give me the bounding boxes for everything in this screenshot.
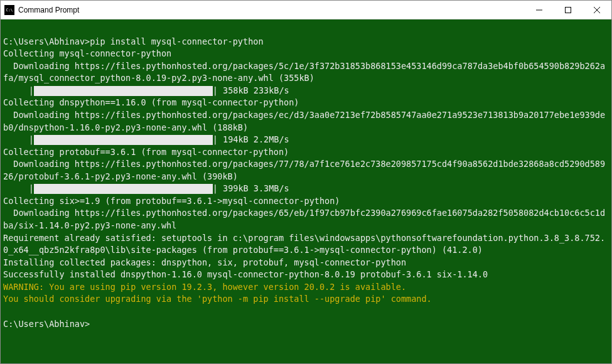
window-title: Command Prompt: [18, 6, 525, 14]
progress-status: | 358kB 233kB/s: [213, 85, 289, 97]
progress-prefix: |: [3, 85, 34, 97]
minimize-button[interactable]: [525, 1, 554, 19]
terminal-output[interactable]: C:\Users\Abhinav>pip install mysql-conne…: [1, 19, 611, 363]
progress-line: | | 194kB 2.2MB/s: [3, 134, 609, 146]
progress-line: | | 358kB 233kB/s: [3, 85, 609, 97]
maximize-button[interactable]: [554, 1, 582, 19]
cmd-icon: [4, 5, 14, 15]
window-titlebar: Command Prompt: [1, 1, 611, 19]
warning-line: WARNING: You are using pip version 19.2.…: [3, 281, 609, 294]
warning-line: You should consider upgrading via the 'p…: [3, 293, 609, 306]
progress-bar: [34, 86, 213, 96]
terminal-line: Requirement already satisfied: setuptool…: [3, 232, 609, 257]
terminal-line: Collecting six>=1.9 (from protobuf==3.6.…: [3, 195, 609, 208]
terminal-line: C:\Users\Abhinav>pip install mysql-conne…: [3, 36, 609, 48]
progress-bar: [34, 184, 213, 194]
terminal-line: Installing collected packages: dnspython…: [3, 257, 609, 269]
terminal-line: Downloading https://files.pythonhosted.o…: [3, 60, 609, 85]
terminal-line: [3, 306, 609, 318]
terminal-line: Successfully installed dnspython-1.16.0 …: [3, 269, 609, 281]
progress-bar: [34, 135, 213, 145]
window-controls: [525, 1, 611, 19]
terminal-line: Downloading https://files.pythonhosted.o…: [3, 109, 609, 134]
terminal-line: [3, 23, 609, 36]
close-button[interactable]: [582, 1, 611, 19]
progress-line: | | 399kB 3.3MB/s: [3, 183, 609, 195]
terminal-line: Collecting dnspython==1.16.0 (from mysql…: [3, 97, 609, 109]
command: pip install mysql-connector-python: [90, 36, 263, 46]
prompt: C:\Users\Abhinav>: [3, 318, 609, 331]
svg-rect-1: [566, 7, 571, 13]
terminal-line: Collecting protobuf==3.6.1 (from mysql-c…: [3, 146, 609, 159]
terminal-line: Downloading https://files.pythonhosted.o…: [3, 158, 609, 183]
prompt: C:\Users\Abhinav>: [3, 36, 90, 46]
progress-status: | 399kB 3.3MB/s: [213, 183, 289, 195]
terminal-line: Collecting mysql-connector-python: [3, 48, 609, 60]
progress-prefix: |: [3, 134, 34, 146]
progress-status: | 194kB 2.2MB/s: [213, 134, 289, 146]
progress-prefix: |: [3, 183, 34, 195]
terminal-line: Downloading https://files.pythonhosted.o…: [3, 207, 609, 232]
